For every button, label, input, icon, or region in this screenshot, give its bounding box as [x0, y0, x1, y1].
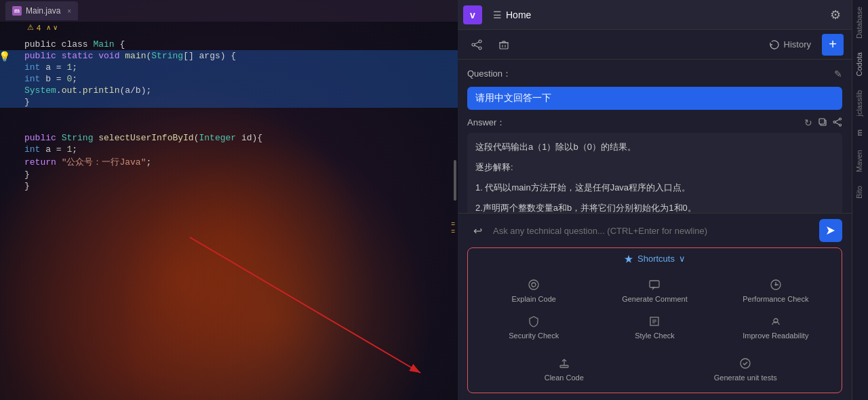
svg-rect-23 [650, 281, 659, 287]
code-line: } [0, 169, 458, 180]
shortcuts-bottom-row: Clean Code Generate unit tests [468, 351, 842, 393]
svg-line-19 [835, 119, 840, 121]
shortcuts-chevron: ∨ [679, 254, 686, 264]
shortcut-generate-unit-tests-label: Generate unit tests [714, 374, 777, 382]
code-line-selected: 💡 public static void main(String[] args)… [0, 50, 458, 62]
code-editor-panel: m Main.java × ⚠ 4 ∧ ∨ public class Main … [0, 0, 458, 400]
side-tab-bito[interactable]: Bito [852, 179, 868, 205]
v-badge: v [463, 5, 482, 24]
svg-point-22 [532, 283, 536, 287]
scrollbar[interactable] [454, 160, 456, 201]
clean-code-icon [557, 356, 572, 371]
shortcuts-grid: Explain Code Generate Comment Performanc… [468, 269, 842, 351]
svg-point-25 [774, 284, 776, 286]
svg-line-6 [475, 45, 479, 47]
shortcut-performance-check-label: Performance Check [743, 295, 808, 303]
add-button[interactable]: + [822, 34, 844, 56]
shortcut-security-check-label: Security Check [509, 332, 559, 340]
code-line: public class Main { [0, 39, 458, 50]
share-answer-button[interactable] [833, 117, 842, 129]
shortcut-performance-check[interactable]: Performance Check [715, 272, 836, 308]
code-line: int a = 1; [0, 144, 458, 155]
code-line-selected: int b = 0; [0, 73, 458, 85]
edit-icon[interactable]: ✎ [834, 68, 842, 79]
shortcut-improve-readability[interactable]: Improve Readability [715, 308, 836, 345]
svg-point-4 [479, 47, 481, 49]
shortcut-improve-readability-label: Improve Readability [743, 332, 808, 340]
shortcut-explain-code[interactable]: Explain Code [473, 272, 594, 308]
scroll-markers: == [451, 220, 455, 235]
tab-label: Main.java [26, 6, 60, 16]
answer-line-2: 逐步解释: [475, 160, 834, 175]
shortcut-explain-code-label: Explain Code [511, 295, 555, 303]
code-line-selected: int a = 1; [0, 62, 458, 73]
shortcut-security-check[interactable]: Security Check [473, 308, 594, 345]
copy-button[interactable] [818, 117, 827, 129]
undo-button[interactable]: ↩ [467, 220, 488, 241]
answer-header: Answer： ↻ [467, 117, 842, 129]
side-tab-m[interactable]: m [852, 123, 868, 143]
answer-content: 这段代码输出a（1）除以b（0）的结果。 逐步解释: 1. 代码以main方法开… [467, 133, 842, 213]
answer-line-1: 这段代码输出a（1）除以b（0）的结果。 [475, 140, 834, 155]
side-tab-jclasslib[interactable]: jclasslib [852, 83, 868, 123]
performance-check-icon [768, 277, 783, 292]
shortcut-generate-comment-label: Generate Comment [622, 295, 688, 303]
shortcut-style-check-label: Style Check [635, 332, 675, 340]
code-line: public String selectUserInfoById(Integer… [0, 132, 458, 144]
shortcut-clean-code[interactable]: Clean Code [473, 351, 655, 387]
send-button[interactable] [819, 219, 842, 242]
svg-line-5 [475, 42, 479, 44]
hamburger-icon: ☰ [493, 9, 502, 20]
main-java-tab[interactable]: m Main.java × [5, 1, 78, 20]
tab-icon: m [12, 6, 22, 16]
top-header: v ☰ Home ⚙ [458, 0, 852, 30]
code-line [0, 120, 458, 132]
toolbar-row: History + [458, 30, 852, 60]
side-tab-codota[interactable]: Codota [852, 45, 868, 83]
svg-line-20 [835, 122, 840, 124]
history-label: History [784, 39, 811, 49]
generate-unit-tests-icon [738, 356, 753, 371]
input-row: ↩ [458, 213, 852, 247]
explain-code-icon [526, 277, 541, 292]
refresh-button[interactable]: ↻ [804, 117, 812, 129]
code-content: public class Main { 💡 public static void… [0, 33, 458, 197]
shortcut-style-check[interactable]: Style Check [594, 308, 715, 345]
svg-rect-31 [560, 365, 568, 367]
warning-icon: ⚠ [27, 23, 34, 32]
code-line-selected: } [0, 96, 458, 108]
answer-line-4: 2.声明两个整数变量a和b，并将它们分别初始化为1和0。 [475, 201, 834, 213]
code-line: } [0, 180, 458, 192]
warning-chevrons: ∧ ∨ [46, 24, 58, 31]
gear-button[interactable]: ⚙ [825, 4, 846, 26]
chat-area: Question： ✎ 请用中文回答一下 Answer： ↻ [458, 60, 852, 213]
question-section: Question： ✎ [467, 68, 842, 80]
svg-point-21 [529, 280, 538, 289]
side-tab-maven[interactable]: Maven [852, 143, 868, 179]
code-line: return "公众号：一行Java"; [0, 155, 458, 169]
question-box: 请用中文回答一下 [467, 87, 842, 110]
style-check-icon [647, 314, 662, 329]
answer-label: Answer： [467, 117, 505, 129]
question-text: 请用中文回答一下 [475, 92, 551, 103]
warning-count: 4 [37, 24, 41, 32]
side-tabs: Database Codota jclasslib m Maven Bito [852, 0, 868, 400]
svg-point-2 [479, 40, 481, 43]
share-button[interactable] [466, 34, 488, 56]
svg-point-17 [833, 121, 835, 123]
generate-comment-icon [647, 277, 662, 292]
code-line [0, 108, 458, 120]
home-tab[interactable]: ☰ Home [485, 7, 539, 23]
shortcut-generate-comment[interactable]: Generate Comment [594, 272, 715, 308]
tab-bar: m Main.java × [0, 0, 458, 22]
delete-button[interactable] [493, 34, 515, 56]
home-label: Home [506, 9, 531, 20]
side-tab-database[interactable]: Database [852, 0, 868, 45]
tab-close-button[interactable]: × [67, 7, 71, 15]
improve-readability-icon [768, 314, 783, 329]
chat-input[interactable] [493, 226, 814, 236]
history-button[interactable]: History [769, 39, 811, 50]
answer-line-3: 1. 代码以main方法开始，这是任何Java程序的入口点。 [475, 180, 834, 195]
security-check-icon [526, 314, 541, 329]
shortcut-generate-unit-tests[interactable]: Generate unit tests [655, 351, 837, 387]
